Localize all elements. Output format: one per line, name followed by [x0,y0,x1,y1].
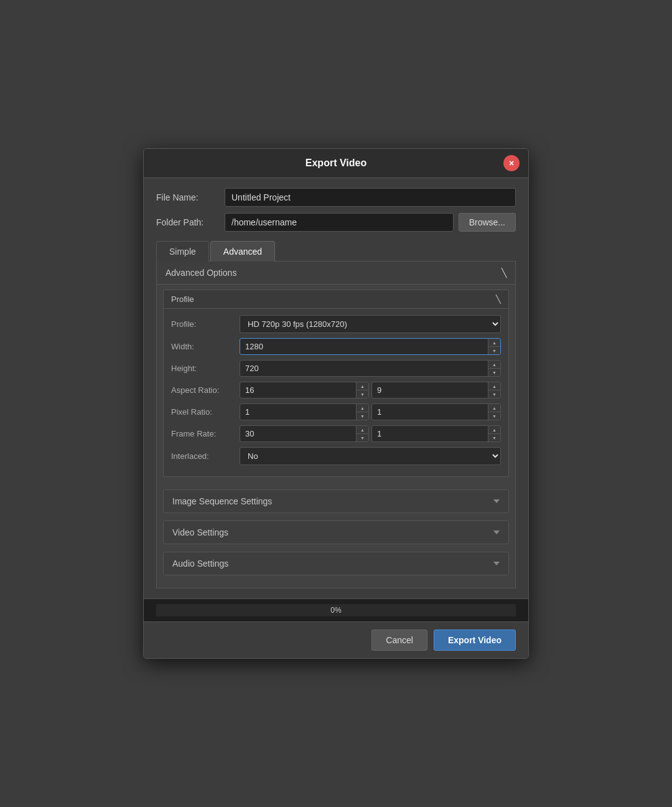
video-settings-collapse-arrow [493,531,500,534]
width-input[interactable] [240,339,500,354]
tab-simple[interactable]: Simple [156,241,209,262]
aspect-ratio-h-arrows: ▲ ▼ [488,382,500,398]
aspect-ratio-h-input[interactable] [372,382,500,398]
aspect-ratio-w-down[interactable]: ▼ [357,390,368,398]
pixel-ratio-w-spinbox[interactable]: ▲ ▼ [240,404,369,420]
export-video-button[interactable]: Export Video [434,630,516,651]
pixel-ratio-w-up[interactable]: ▲ [357,404,368,412]
interlaced-field-row: Interlaced: No [171,447,501,465]
interlaced-label: Interlaced: [171,451,240,461]
width-down-button[interactable]: ▼ [488,347,500,354]
folder-path-input[interactable] [225,213,454,232]
profile-label: Profile: [171,319,240,329]
profile-collapse-icon: ╲ [496,295,501,304]
tab-advanced[interactable]: Advanced [210,241,275,262]
pixel-ratio-w-input[interactable] [240,404,368,420]
frame-rate-field-row: Frame Rate: ▲ ▼ [171,425,501,442]
frame-rate-den-up[interactable]: ▲ [488,426,500,434]
pixel-ratio-spinboxes: ▲ ▼ ▲ ▼ [240,404,501,420]
file-name-input[interactable] [225,188,516,207]
advanced-options-header: Advanced Options ╲ [157,262,515,285]
advanced-options-collapse-icon: ╲ [502,268,506,278]
pixel-ratio-label: Pixel Ratio: [171,407,240,417]
width-field-row: Width: ▲ ▼ [171,338,501,355]
frame-rate-num-input[interactable] [240,426,368,441]
pixel-ratio-field-row: Pixel Ratio: ▲ ▼ [171,404,501,420]
advanced-options-label: Advanced Options [166,268,236,278]
audio-settings-header[interactable]: Audio Settings [164,552,508,575]
frame-rate-label: Frame Rate: [171,429,240,438]
profile-field-row: Profile: HD 720p 30 fps (1280x720) [171,315,501,333]
dialog-title: Export Video [306,158,366,169]
aspect-ratio-w-up[interactable]: ▲ [357,382,368,390]
width-spinbox[interactable]: ▲ ▼ [240,338,501,355]
frame-rate-den-input[interactable] [372,426,500,441]
height-input[interactable] [240,361,500,376]
browse-button[interactable]: Browse... [459,213,516,232]
frame-rate-num-up[interactable]: ▲ [357,426,368,434]
file-name-label: File Name: [156,192,225,202]
pixel-ratio-w-down[interactable]: ▼ [357,412,368,420]
profile-section-header: Profile ╲ [164,290,508,309]
video-settings-header[interactable]: Video Settings [164,521,508,544]
height-field-row: Height: ▲ ▼ [171,360,501,377]
aspect-ratio-h-spinbox[interactable]: ▲ ▼ [371,382,501,399]
image-sequence-collapse-arrow [493,499,500,503]
aspect-ratio-h-up[interactable]: ▲ [488,382,500,390]
progress-bar-container: 0% [144,598,528,621]
frame-rate-den-arrows: ▲ ▼ [488,426,500,441]
folder-path-row: Folder Path: Browse... [156,213,516,232]
image-sequence-header[interactable]: Image Sequence Settings [164,490,508,512]
width-up-button[interactable]: ▲ [488,339,500,347]
audio-settings-section: Audio Settings [163,552,509,575]
image-sequence-label: Image Sequence Settings [172,496,272,506]
footer-buttons: Cancel Export Video [144,621,528,658]
pixel-ratio-h-up[interactable]: ▲ [488,404,500,412]
height-label: Height: [171,364,240,373]
pixel-ratio-h-arrows: ▲ ▼ [488,404,500,420]
aspect-ratio-h-down[interactable]: ▼ [488,390,500,398]
cancel-button[interactable]: Cancel [371,630,427,651]
aspect-ratio-field-row: Aspect Ratio: ▲ ▼ [171,382,501,399]
interlaced-select[interactable]: No [240,447,501,465]
profile-select[interactable]: HD 720p 30 fps (1280x720) [240,315,501,333]
pixel-ratio-w-arrows: ▲ ▼ [356,404,368,420]
frame-rate-spinboxes: ▲ ▼ ▲ ▼ [240,425,501,442]
frame-rate-num-arrows: ▲ ▼ [356,426,368,441]
video-settings-section: Video Settings [163,521,509,544]
width-label: Width: [171,342,240,351]
aspect-ratio-spinboxes: ▲ ▼ ▲ ▼ [240,382,501,399]
frame-rate-num-spinbox[interactable]: ▲ ▼ [240,425,369,442]
width-arrows: ▲ ▼ [488,339,500,354]
aspect-ratio-label: Aspect Ratio: [171,385,240,395]
title-bar: Export Video × [144,149,528,178]
frame-rate-den-down[interactable]: ▼ [488,434,500,441]
profile-section-body: Profile: HD 720p 30 fps (1280x720) Width… [164,309,508,476]
image-sequence-section: Image Sequence Settings [163,489,509,513]
progress-bar-outer: 0% [156,604,516,616]
height-down-button[interactable]: ▼ [488,369,500,376]
profile-section: Profile ╲ Profile: HD 720p 30 fps (1280x… [163,290,509,477]
frame-rate-den-spinbox[interactable]: ▲ ▼ [371,425,501,442]
outer-sections: Image Sequence Settings Video Settings A… [157,482,515,583]
height-up-button[interactable]: ▲ [488,361,500,369]
folder-path-field-group: Browse... [225,213,516,232]
aspect-ratio-w-input[interactable] [240,382,368,398]
progress-label: 0% [330,606,341,615]
export-video-dialog: Export Video × File Name: Folder Path: B… [143,148,529,659]
pixel-ratio-h-spinbox[interactable]: ▲ ▼ [371,404,501,420]
pixel-ratio-h-down[interactable]: ▼ [488,412,500,420]
dialog-content: File Name: Folder Path: Browse... Simple… [144,178,528,598]
folder-path-label: Folder Path: [156,217,225,227]
audio-settings-label: Audio Settings [172,559,228,569]
height-spinbox[interactable]: ▲ ▼ [240,360,501,377]
frame-rate-num-down[interactable]: ▼ [357,434,368,441]
file-name-row: File Name: [156,188,516,207]
pixel-ratio-h-input[interactable] [372,404,500,420]
tab-content-advanced: Advanced Options ╲ Profile ╲ Profile: HD… [156,262,516,588]
close-button[interactable]: × [503,155,520,171]
audio-settings-collapse-arrow [493,562,500,565]
aspect-ratio-w-arrows: ▲ ▼ [356,382,368,398]
aspect-ratio-w-spinbox[interactable]: ▲ ▼ [240,382,369,399]
height-arrows: ▲ ▼ [488,361,500,376]
